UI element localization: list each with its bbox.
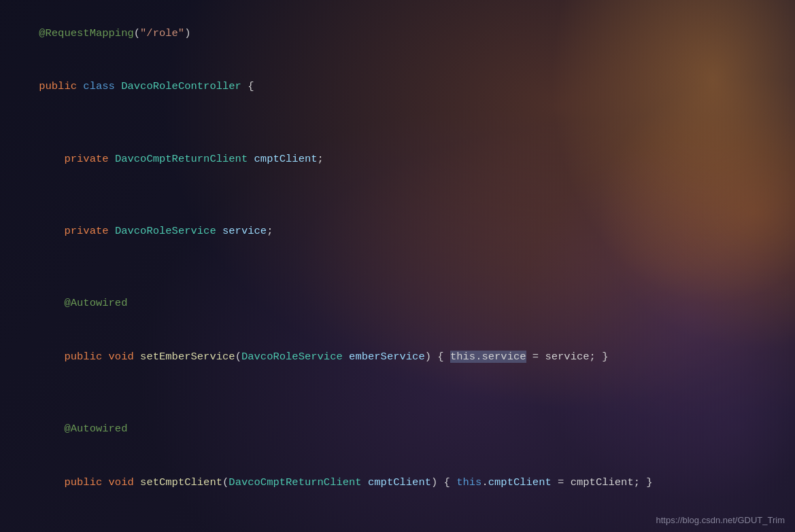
this-service-highlight: this.service xyxy=(450,351,526,363)
code-line-11: @Autowired xyxy=(0,402,795,456)
code-line-9: public void setEmberService(DavcoRoleSer… xyxy=(0,330,795,384)
code-line-10 xyxy=(0,384,795,403)
annotation-autowired-1: @Autowired xyxy=(64,297,127,309)
annotation-autowired-2: @Autowired xyxy=(64,423,127,435)
code-line-7 xyxy=(0,258,795,277)
code-line-2: public class DavcoRoleController { xyxy=(0,60,795,114)
code-line-4: private DavcoCmptReturnClient cmptClient… xyxy=(0,132,795,186)
watermark: https://blog.csdn.net/GDUT_Trim xyxy=(656,515,785,525)
annotation-requestmapping: @RequestMapping xyxy=(39,27,134,39)
code-line-6: private DavcoRoleService service; xyxy=(0,205,795,258)
code-line-12: public void setCmptClient(DavcoCmptRetur… xyxy=(0,456,795,510)
code-line-14: /** xyxy=(0,528,795,532)
code-editor: @RequestMapping("/role") public class Da… xyxy=(0,0,795,532)
code-line-5 xyxy=(0,186,795,205)
code-line-3 xyxy=(0,113,795,132)
code-line-8: @Autowired xyxy=(0,277,795,330)
code-line-1: @RequestMapping("/role") xyxy=(0,7,795,60)
